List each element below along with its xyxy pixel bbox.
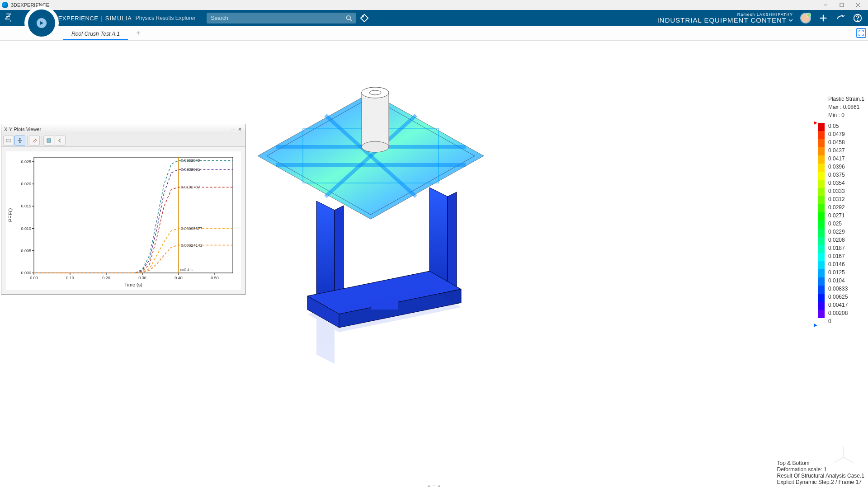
svg-point-4 — [347, 16, 350, 19]
svg-text:0.000: 0.000 — [21, 271, 31, 275]
svg-line-5 — [350, 19, 351, 21]
svg-text:0.0252549: 0.0252549 — [181, 158, 200, 163]
share-icon[interactable] — [835, 13, 845, 23]
svg-text:0.0232651: 0.0232651 — [181, 167, 200, 172]
search-icon[interactable] — [346, 15, 352, 21]
legend-tick: 0.00208 — [828, 309, 864, 317]
legend-tick: 0.0125 — [828, 268, 864, 277]
svg-text:0.30: 0.30 — [138, 276, 146, 280]
svg-line-36 — [834, 457, 844, 463]
plot-back-button[interactable] — [55, 136, 66, 145]
svg-text:0.005: 0.005 — [21, 249, 31, 253]
compass-button[interactable] — [28, 9, 55, 37]
svg-text:0.00: 0.00 — [30, 276, 38, 280]
fullscreen-button[interactable] — [856, 28, 866, 38]
plot-close-button[interactable]: ✕ — [236, 127, 243, 132]
viewport[interactable]: Plastic Strain.1 Max : 0.0861 Min : 0 0.… — [0, 41, 868, 488]
add-button[interactable] — [818, 13, 828, 23]
svg-marker-24 — [316, 201, 335, 305]
max-marker-icon — [814, 121, 817, 125]
os-maximize-button[interactable] — [834, 0, 850, 10]
color-legend: Plastic Strain.1 Max : 0.0861 Min : 0 0.… — [818, 95, 864, 325]
svg-text:0.20: 0.20 — [102, 276, 110, 280]
xy-plot-window[interactable]: X-Y Plots Viewer — ✕ 0.000.100.200.300.4… — [1, 124, 246, 295]
svg-text:0.015: 0.015 — [21, 204, 31, 208]
tab-strip: Roof Crush Test A.1 + — [0, 26, 868, 41]
legend-tick: 0.0229 — [828, 228, 864, 236]
legend-tick: 0.0271 — [828, 211, 864, 220]
svg-rect-41 — [34, 157, 233, 273]
legend-tick: 0 — [828, 317, 864, 325]
legend-tick: 0.0312 — [828, 195, 864, 203]
legend-tick: 0.0437 — [828, 146, 864, 155]
legend-tick: 0.0396 — [828, 163, 864, 171]
plus-icon: + — [136, 29, 140, 37]
model-cylinder — [362, 87, 389, 152]
legend-tick: 0.025 — [828, 220, 864, 228]
svg-rect-20 — [362, 93, 389, 147]
legend-tick: 0.05 — [828, 122, 864, 130]
svg-line-35 — [844, 457, 854, 463]
ds-logo: Ƶs — [5, 12, 11, 23]
svg-text:0.010: 0.010 — [21, 226, 31, 231]
plot-window-title: X-Y Plots Viewer — [4, 127, 41, 132]
plot-minimize-button[interactable]: — — [230, 127, 236, 132]
svg-text:PEEQ: PEEQ — [8, 208, 13, 222]
svg-rect-1 — [840, 3, 844, 7]
legend-tick: 0.0104 — [828, 277, 864, 285]
orientation-triad[interactable] — [831, 445, 856, 470]
legend-tick: 0.0333 — [828, 187, 864, 195]
case-label: Result Of Structural Analysis Case.1 — [777, 473, 864, 479]
plot-pan-button[interactable] — [14, 136, 25, 145]
legend-tick: 0.0417 — [828, 155, 864, 163]
legend-tick: 0.0208 — [828, 236, 864, 244]
legend-tick: 0.0292 — [828, 203, 864, 211]
os-minimize-button[interactable] — [817, 0, 834, 10]
plot-select-button[interactable] — [3, 136, 14, 145]
plot-edit-button[interactable] — [29, 136, 40, 145]
svg-text:0.50: 0.50 — [211, 276, 219, 280]
svg-text:0.10: 0.10 — [66, 276, 74, 280]
plot-window-titlebar[interactable]: X-Y Plots Viewer — ✕ — [1, 124, 245, 134]
tab-label: Roof Crush Test A.1 — [71, 31, 120, 37]
svg-point-21 — [362, 141, 389, 152]
svg-point-6 — [362, 16, 363, 17]
play-icon — [37, 18, 47, 28]
search-input[interactable] — [210, 14, 346, 22]
tag-icon[interactable] — [359, 13, 369, 23]
brand-simulia: SIMULIA — [105, 15, 132, 22]
legend-tick: 0.00625 — [828, 293, 864, 301]
help-icon[interactable] — [853, 13, 863, 23]
brand-sep: | — [99, 15, 104, 22]
legend-tick: 0.0187 — [828, 244, 864, 252]
bottom-panel-handle[interactable]: ▲ ═ ▲ — [427, 483, 441, 488]
svg-text:x=0.4 s: x=0.4 s — [180, 267, 193, 272]
brand-experience: EXPERIENCE — [58, 15, 99, 22]
legend-tick: 0.00833 — [828, 285, 864, 293]
new-tab-button[interactable]: + — [128, 27, 148, 40]
context-selector[interactable]: Ramesh LAKSHMIPATHY INDUSTRIAL EQUIPMENT… — [657, 13, 793, 23]
legend-tick: 0.0375 — [828, 171, 864, 179]
svg-text:0.025: 0.025 — [21, 160, 31, 164]
legend-tick: 0.00417 — [828, 301, 864, 309]
legend-tick: 0.0354 — [828, 179, 864, 187]
app-icon — [2, 2, 8, 8]
plot-legend-button[interactable] — [43, 136, 54, 145]
svg-point-22 — [362, 87, 389, 98]
legend-tick: 0.0479 — [828, 130, 864, 138]
os-titlebar: 3DEXPERIENCE — [0, 0, 868, 10]
user-avatar[interactable] — [800, 13, 811, 23]
plot-area[interactable]: 0.000.100.200.300.400.500.0000.0050.0100… — [6, 151, 241, 290]
svg-point-10 — [857, 20, 858, 20]
svg-text:0.00995877: 0.00995877 — [181, 226, 203, 231]
legend-tick: 0.0167 — [828, 252, 864, 260]
svg-rect-40 — [47, 139, 51, 142]
search-box[interactable] — [207, 13, 356, 23]
context-name: INDUSTRIAL EQUIPMENT CONTENT — [657, 17, 787, 23]
tab-roof-crush[interactable]: Roof Crush Test A.1 — [63, 29, 128, 40]
svg-text:Time (s): Time (s) — [124, 282, 142, 287]
os-close-button[interactable] — [850, 0, 866, 10]
app-header: 3DEXPERIENCE | SIMULIA Physics Results E… — [0, 10, 868, 26]
model-render[interactable] — [249, 84, 493, 373]
legend-tick: 0.0146 — [828, 260, 864, 268]
